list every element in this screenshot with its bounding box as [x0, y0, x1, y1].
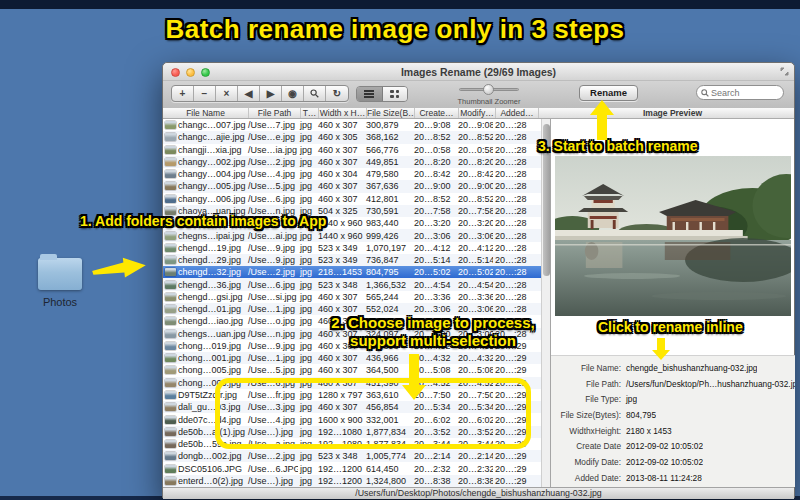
cell-path: /Use…6.jpg: [246, 194, 298, 204]
file-thumbnail: [165, 256, 176, 264]
table-row[interactable]: chengd…36.jpg/Use…6.jpgjpg523 x 3481,366…: [163, 278, 541, 290]
column-header[interactable]: Modify…: [459, 108, 496, 118]
table-row[interactable]: changy…004.jpg/Use…4.jpgjpg460 x 304479,…: [163, 168, 541, 180]
cell-dims: 192…1200: [316, 464, 364, 474]
search-field[interactable]: [696, 85, 784, 100]
multi-selection-highlight: [215, 378, 531, 449]
grid-view-icon: [390, 90, 399, 98]
detail-row: File Size(Bytes):804,795: [551, 407, 795, 423]
cell-modify: 20…4:32: [456, 353, 493, 363]
thumbnail-zoomer-slider[interactable]: [459, 88, 519, 91]
cell-name: dongb…002.jpg: [176, 451, 246, 461]
column-header[interactable]: File Size(B…: [367, 108, 415, 118]
detail-row: Create Date2012-09-02 10:05:02: [551, 438, 795, 454]
zoom-button[interactable]: [201, 68, 210, 77]
table-row[interactable]: chong…005.jpg/Use…5.jpgjpg460 x 307364,5…: [163, 364, 541, 376]
arrow-to-file-name: [652, 338, 670, 360]
cell-dims: 460 x 305: [316, 132, 364, 142]
photos-folder-icon[interactable]: [38, 258, 82, 290]
cell-path: /Use…2.jpg: [246, 267, 298, 277]
table-row[interactable]: changy…006.jpg/Use…6.jpgjpg460 x 307412,…: [163, 193, 541, 205]
cell-name: chong…005.jpg: [176, 365, 246, 375]
preview-button[interactable]: ◉: [282, 86, 304, 101]
minimize-button[interactable]: [186, 68, 195, 77]
cell-create: 20…5:02: [412, 267, 456, 277]
delete-button[interactable]: ×: [216, 86, 238, 101]
prev-button[interactable]: ◀: [238, 86, 260, 101]
cell-dims: 460 x 307: [316, 194, 364, 204]
table-row[interactable]: chegns…ipai.jpg/Use…ai.jpgjpg1440 x 9609…: [163, 229, 541, 241]
table-row[interactable]: enterd…0(2).jpg/Use…).jpgjpg192…12001,32…: [163, 475, 541, 487]
resize-icon[interactable]: [780, 67, 789, 76]
file-thumbnail: [165, 379, 176, 387]
table-row[interactable]: chengd…gsi.jpg/Use…si.jpgjpg460 x 307565…: [163, 291, 541, 303]
cell-dims: 218…1453: [316, 267, 364, 277]
cell-added: 20…:29: [493, 464, 536, 474]
cell-modify: 20…4:54: [456, 280, 493, 290]
slider-knob[interactable]: [483, 84, 494, 95]
cell-added: 20…:28: [493, 132, 536, 142]
cell-name: changy…004.jpg: [176, 169, 246, 179]
cell-size: 730,591: [364, 206, 412, 216]
cell-type: jpg: [298, 476, 316, 486]
column-header[interactable]: File Name: [163, 108, 249, 118]
table-row[interactable]: changy…005.jpg/Use…5.jpgjpg460 x 307367,…: [163, 180, 541, 192]
detail-label: Modify Date:: [551, 457, 621, 467]
cell-modify: 20…2:14: [456, 451, 493, 461]
arrow-folder-to-list: [91, 253, 149, 285]
search-input[interactable]: [711, 88, 777, 98]
status-bar: /Users/fun/Desktop/Photos/chengde_bishus…: [163, 487, 794, 499]
file-thumbnail: [165, 428, 176, 436]
table-row[interactable]: chengd…32.jpg/Use…2.jpgjpg218…1453804,79…: [163, 266, 541, 278]
column-header[interactable]: T…: [301, 108, 319, 118]
cell-added: 20…:28: [493, 304, 536, 314]
cell-create: 20…3:06: [412, 231, 456, 241]
column-header[interactable]: File Path: [249, 108, 301, 118]
cell-type: jpg: [298, 120, 316, 130]
remove-button[interactable]: −: [194, 86, 216, 101]
banner-title: Batch rename image only in 3 steps: [0, 14, 790, 45]
table-row[interactable]: changji…xia.jpg/Use…ia.jpgjpg460 x 30756…: [163, 144, 541, 156]
refresh-button[interactable]: ↻: [326, 86, 348, 101]
cell-size: 412,801: [364, 194, 412, 204]
cell-size: 552,024: [364, 304, 412, 314]
detail-value[interactable]: chengde_bishushanzhuang-032.jpg: [621, 363, 757, 373]
cell-modify: 20…8:52: [456, 132, 493, 142]
table-row[interactable]: chong…001.jpg/Use…1.jpgjpg460 x 307436,9…: [163, 352, 541, 364]
table-row[interactable]: changc…007.jpg/Use…7.jpgjpg460 x 307300,…: [163, 119, 541, 131]
cell-dims: 523 x 349: [316, 255, 364, 265]
cell-create: 20…8:20: [412, 157, 456, 167]
table-row[interactable]: chengd…19.jpg/Use…9.jpgjpg523 x 3491,070…: [163, 242, 541, 254]
list-view-button[interactable]: [357, 87, 383, 101]
table-row[interactable]: changy…002.jpg/Use…2.jpgjpg460 x 307449,…: [163, 156, 541, 168]
file-thumbnail: [165, 416, 176, 424]
next-button[interactable]: ▶: [260, 86, 282, 101]
search-icon: [701, 89, 709, 97]
search-button[interactable]: [304, 86, 326, 101]
cell-create: 20…8:38: [412, 476, 456, 486]
close-button[interactable]: [171, 68, 180, 77]
cell-create: 20…2:14: [412, 451, 456, 461]
table-row[interactable]: changc…ajie.jpg/Use…e.jpgjpg460 x 305368…: [163, 131, 541, 143]
table-row[interactable]: dongb…002.jpg/Use…2.jpgjpg523 x 3481,005…: [163, 450, 541, 462]
title-bar[interactable]: Images Rename (29/69 Images): [163, 63, 794, 81]
column-header[interactable]: Added…: [496, 108, 539, 118]
top-strip: [0, 0, 800, 9]
table-scrollbar[interactable]: [541, 119, 550, 487]
cell-create: 20…9:08: [412, 120, 456, 130]
file-thumbnail: [165, 232, 176, 240]
column-header[interactable]: Create…: [415, 108, 459, 118]
table-row[interactable]: chengd…29.jpg/Use…9.jpgjpg523 x 349736,8…: [163, 254, 541, 266]
file-thumbnail: [165, 121, 176, 129]
cell-type: jpg: [298, 267, 316, 277]
table-row[interactable]: DSC05106.JPG/Use…6.JPGjpg192…1200614,450…: [163, 462, 541, 474]
file-thumbnail: [165, 452, 176, 460]
add-button[interactable]: +: [172, 86, 194, 101]
rename-button[interactable]: Rename: [579, 85, 638, 101]
grid-view-button[interactable]: [383, 87, 408, 101]
detail-row: WidthxHeight:2180 x 1453: [551, 423, 795, 439]
cell-path: /Use…9.jpg: [246, 243, 298, 253]
cell-size: 804,795: [364, 267, 412, 277]
column-header[interactable]: Width x H…: [319, 108, 367, 118]
cell-dims: 460 x 307: [316, 157, 364, 167]
